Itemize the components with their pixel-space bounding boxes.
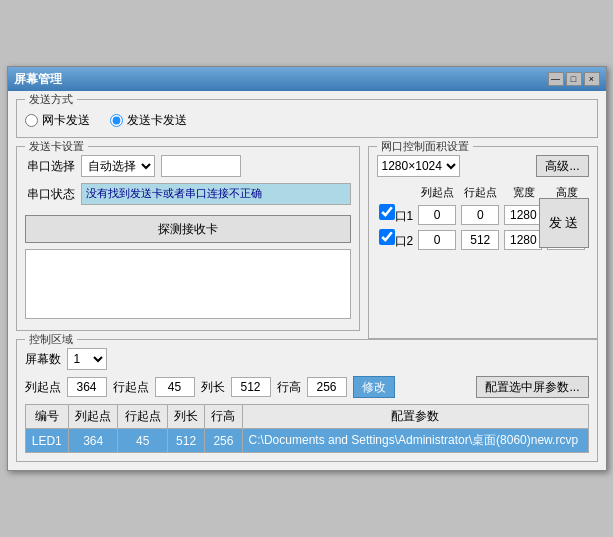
network-send-label: 网卡发送 bbox=[42, 112, 90, 129]
row1-row-start[interactable] bbox=[461, 205, 499, 225]
th-col-length: 列长 bbox=[167, 405, 204, 429]
td-row-start: 45 bbox=[118, 429, 167, 453]
left-panel: 发送卡设置 串口选择 自动选择 串口状态 没有找到发送卡或者串口连接不正确 探测… bbox=[16, 146, 360, 339]
led-table: 编号 列起点 行起点 列长 行高 配置参数 LED1 364 45 512 25 bbox=[25, 404, 589, 453]
window-body: 发送方式 网卡发送 发送卡发送 发送卡设置 串口选择 bbox=[8, 91, 606, 470]
row-height-input[interactable] bbox=[307, 377, 347, 397]
resolution-dropdown[interactable]: 1280×1024 bbox=[377, 155, 460, 177]
window-title: 屏幕管理 bbox=[14, 71, 62, 88]
screen-count-row: 屏幕数 1 bbox=[25, 348, 589, 370]
control-label: 控制区域 bbox=[25, 332, 77, 347]
row-height-label: 行高 bbox=[277, 379, 301, 396]
col-start-input[interactable] bbox=[67, 377, 107, 397]
row1-port-label: 口1 bbox=[395, 209, 414, 223]
row1-col-start[interactable] bbox=[418, 205, 456, 225]
col-length-input[interactable] bbox=[231, 377, 271, 397]
resolution-label: 网口控制面积设置 bbox=[377, 139, 473, 154]
sender-card-section: 发送卡设置 串口选择 自动选择 串口状态 没有找到发送卡或者串口连接不正确 探测… bbox=[16, 146, 360, 331]
network-send-radio[interactable] bbox=[25, 114, 38, 127]
info-textarea[interactable] bbox=[25, 249, 351, 319]
resolution-section: 网口控制面积设置 1280×1024 高级... 列起点 行起点 bbox=[368, 146, 598, 339]
table-row[interactable]: LED1 364 45 512 256 C:\Documents and Set… bbox=[25, 429, 588, 453]
send-button[interactable]: 发 送 bbox=[539, 198, 589, 248]
close-button[interactable]: × bbox=[584, 72, 600, 86]
network-send-option[interactable]: 网卡发送 bbox=[25, 112, 90, 129]
window-controls: — □ × bbox=[548, 72, 600, 86]
control-params-row: 列起点 行起点 列长 行高 修改 配置选中屏参数... bbox=[25, 376, 589, 398]
col-length-label: 列长 bbox=[201, 379, 225, 396]
card-send-option[interactable]: 发送卡发送 bbox=[110, 112, 187, 129]
port-status-label: 串口状态 bbox=[25, 186, 75, 203]
td-config-path: C:\Documents and Settings\Administrator\… bbox=[242, 429, 588, 453]
td-id: LED1 bbox=[25, 429, 68, 453]
minimize-button[interactable]: — bbox=[548, 72, 564, 86]
row-start-input[interactable] bbox=[155, 377, 195, 397]
th-config-path: 配置参数 bbox=[242, 405, 588, 429]
modify-button[interactable]: 修改 bbox=[353, 376, 395, 398]
td-col-start: 364 bbox=[68, 429, 117, 453]
port-select-row: 串口选择 自动选择 bbox=[25, 155, 351, 177]
detect-button[interactable]: 探测接收卡 bbox=[25, 215, 351, 243]
screen-count-label: 屏幕数 bbox=[25, 351, 61, 368]
sender-card-label: 发送卡设置 bbox=[25, 139, 88, 154]
send-method-section: 发送方式 网卡发送 发送卡发送 bbox=[16, 99, 598, 138]
send-method-label: 发送方式 bbox=[25, 92, 77, 107]
row2-row-start[interactable] bbox=[461, 230, 499, 250]
row2-col-start[interactable] bbox=[418, 230, 456, 250]
control-section: 控制区域 屏幕数 1 列起点 行起点 列长 行高 修改 配置选中屏参数... bbox=[16, 339, 598, 462]
card-send-label: 发送卡发送 bbox=[127, 112, 187, 129]
col-header-checkbox bbox=[377, 183, 417, 202]
col-start-label: 列起点 bbox=[25, 379, 61, 396]
send-method-options: 网卡发送 发送卡发送 bbox=[25, 108, 589, 129]
port-select-label: 串口选择 bbox=[25, 158, 75, 175]
col-header-col-start: 列起点 bbox=[416, 183, 459, 202]
port-status-text: 没有找到发送卡或者串口连接不正确 bbox=[81, 183, 351, 205]
main-window: 屏幕管理 — □ × 发送方式 网卡发送 发送卡发送 bbox=[7, 66, 607, 471]
td-col-length: 512 bbox=[167, 429, 204, 453]
td-row-height: 256 bbox=[205, 429, 242, 453]
card-send-radio[interactable] bbox=[110, 114, 123, 127]
advanced-button[interactable]: 高级... bbox=[536, 155, 588, 177]
main-content: 发送卡设置 串口选择 自动选择 串口状态 没有找到发送卡或者串口连接不正确 探测… bbox=[16, 146, 598, 339]
th-col-start: 列起点 bbox=[68, 405, 117, 429]
port-status-row: 串口状态 没有找到发送卡或者串口连接不正确 bbox=[25, 183, 351, 205]
col-header-row-start: 行起点 bbox=[459, 183, 502, 202]
table-header-row: 编号 列起点 行起点 列长 行高 配置参数 bbox=[25, 405, 588, 429]
row2-port-label: 口2 bbox=[395, 234, 414, 248]
row2-width[interactable] bbox=[504, 230, 542, 250]
th-row-start: 行起点 bbox=[118, 405, 167, 429]
maximize-button[interactable]: □ bbox=[566, 72, 582, 86]
port-extra-input[interactable] bbox=[161, 155, 241, 177]
row1-checkbox[interactable] bbox=[379, 204, 395, 220]
resolution-header: 1280×1024 高级... bbox=[377, 155, 589, 177]
row2-checkbox[interactable] bbox=[379, 229, 395, 245]
config-screen-button[interactable]: 配置选中屏参数... bbox=[476, 376, 588, 398]
th-id: 编号 bbox=[25, 405, 68, 429]
port-select-dropdown[interactable]: 自动选择 bbox=[81, 155, 155, 177]
row1-width[interactable] bbox=[504, 205, 542, 225]
row-start-label: 行起点 bbox=[113, 379, 149, 396]
screen-count-select[interactable]: 1 bbox=[67, 348, 107, 370]
th-row-height: 行高 bbox=[205, 405, 242, 429]
title-bar: 屏幕管理 — □ × bbox=[8, 67, 606, 91]
right-panel: 网口控制面积设置 1280×1024 高级... 列起点 行起点 bbox=[368, 146, 598, 339]
